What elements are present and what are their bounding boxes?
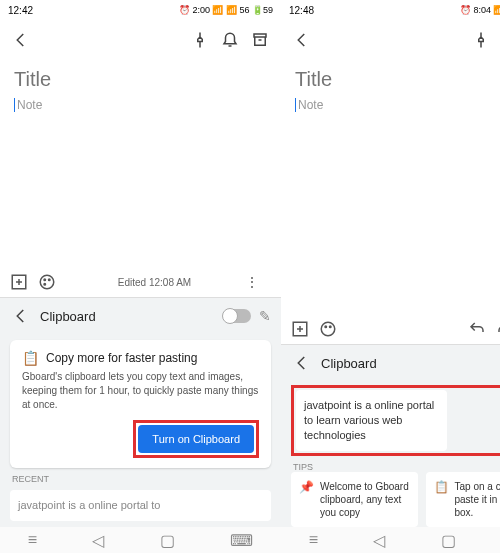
status-time: 12:42 [8, 5, 33, 16]
edit-toolbar: Edited 12:08 AM ⋮ [0, 267, 281, 297]
tip-card[interactable]: 📋 Tap on a clip to paste it in the text … [426, 472, 501, 527]
title-input[interactable] [14, 68, 267, 91]
edit-toolbar: ⋮ [281, 314, 500, 344]
home-icon[interactable]: ◁ [373, 531, 385, 550]
pin-icon: 📌 [299, 480, 314, 519]
card-title: Copy more for faster pasting [46, 351, 197, 365]
back-icon[interactable] [291, 29, 313, 51]
clipboard-header: Clipboard ✎ [0, 298, 281, 334]
palette-icon[interactable] [319, 320, 337, 338]
svg-point-5 [44, 284, 46, 286]
svg-point-9 [325, 326, 327, 328]
add-icon[interactable] [10, 273, 28, 291]
svg-point-3 [44, 279, 46, 281]
highlight-box: javatpoint is a online portal to learn v… [291, 385, 500, 456]
pin-icon[interactable] [470, 29, 492, 51]
tips-row: 📌 Welcome to Gboard clipboard, any text … [281, 472, 500, 527]
svg-point-10 [330, 326, 332, 328]
app-bar [281, 20, 500, 60]
keyboard-panel: Clipboard ✎ 📋 Copy more for faster pasti… [0, 297, 281, 527]
svg-rect-0 [254, 34, 266, 37]
keyboard-nav-icon[interactable]: ⌨ [230, 531, 253, 550]
tip-text: Welcome to Gboard clipboard, any text yo… [320, 480, 410, 519]
recents-icon[interactable]: ≡ [28, 531, 37, 549]
note-input[interactable]: Note [295, 95, 500, 113]
keyboard-panel: Clipboard ✎ javatpoint is a online porta… [281, 344, 500, 527]
clip-icon: 📋 [434, 480, 449, 519]
edited-time: Edited 12:08 AM [66, 277, 243, 288]
card-body: Gboard's clipboard lets you copy text an… [22, 370, 259, 412]
tip-card[interactable]: 📌 Welcome to Gboard clipboard, any text … [291, 472, 418, 527]
reminder-icon[interactable] [219, 29, 241, 51]
turn-on-clipboard-button[interactable]: Turn on Clipboard [138, 425, 254, 453]
title-input[interactable] [295, 68, 500, 91]
pin-icon[interactable] [189, 29, 211, 51]
highlight-box: Turn on Clipboard [133, 420, 259, 458]
clipboard-title: Clipboard [40, 309, 215, 324]
home-icon[interactable]: ◁ [92, 531, 104, 550]
redo-icon[interactable] [496, 320, 500, 338]
back-icon[interactable] [291, 352, 313, 374]
clip-item[interactable]: javatpoint is a online portal to learn v… [296, 390, 447, 451]
svg-point-8 [321, 323, 335, 337]
note-area[interactable]: Note [281, 60, 500, 314]
note-area[interactable]: Note [0, 60, 281, 267]
clipboard-icon: 📋 [22, 350, 38, 366]
note-input[interactable]: Note [14, 95, 267, 113]
status-bar: 12:42 ⏰ 2:00 📶 📶 56 🔋59 [0, 0, 281, 20]
svg-point-2 [40, 275, 54, 289]
clipboard-toggle[interactable] [223, 309, 251, 323]
status-icons: ⏰ 2:00 📶 📶 56 🔋59 [179, 5, 273, 15]
svg-point-4 [49, 279, 51, 281]
back-nav-icon[interactable]: ▢ [160, 531, 175, 550]
clipboard-title: Clipboard [321, 356, 496, 371]
add-icon[interactable] [291, 320, 309, 338]
tips-label: TIPS [281, 460, 500, 472]
edit-icon[interactable]: ✎ [259, 308, 271, 324]
recent-label: RECENT [0, 474, 281, 484]
status-bar: 12:48 ⏰ 8:04 📶 📶 56 🔋58 [281, 0, 500, 20]
more-icon[interactable]: ⋮ [243, 273, 261, 291]
nav-bar: ≡ ◁ ▢ ⌨ [0, 527, 281, 553]
clipboard-header: Clipboard ✎ [281, 345, 500, 381]
nav-bar: ≡ ◁ ▢ ⌨ [281, 527, 500, 553]
back-icon[interactable] [10, 29, 32, 51]
back-icon[interactable] [10, 305, 32, 327]
left-screenshot: 12:42 ⏰ 2:00 📶 📶 56 🔋59 Note Edited 12:0… [0, 0, 281, 553]
clipboard-intro-card: 📋 Copy more for faster pasting Gboard's … [10, 340, 271, 468]
app-bar [0, 20, 281, 60]
clip-item[interactable]: javatpoint is a online portal to [10, 490, 271, 521]
palette-icon[interactable] [38, 273, 56, 291]
status-icons: ⏰ 8:04 📶 📶 56 🔋58 [460, 5, 500, 15]
archive-icon[interactable] [249, 29, 271, 51]
tip-text: Tap on a clip to paste it in the text bo… [455, 480, 501, 519]
undo-icon[interactable] [468, 320, 486, 338]
back-nav-icon[interactable]: ▢ [441, 531, 456, 550]
right-screenshot: 12:48 ⏰ 8:04 📶 📶 56 🔋58 Note ⋮ Clipboard… [281, 0, 500, 553]
recents-icon[interactable]: ≡ [309, 531, 318, 549]
status-time: 12:48 [289, 5, 314, 16]
